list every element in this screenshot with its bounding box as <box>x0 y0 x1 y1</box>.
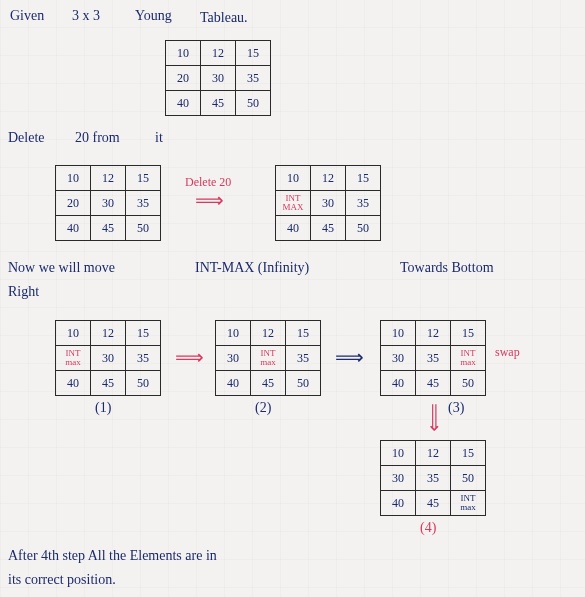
word-given: Given <box>10 8 44 24</box>
arrow-step-1-icon: ⟹ <box>175 345 204 369</box>
word-3x3: 3 x 3 <box>72 8 100 24</box>
word-it: it <box>155 130 163 146</box>
label-step-4: (4) <box>420 520 436 536</box>
label-step-1: (1) <box>95 400 111 416</box>
label-step-3: (3) <box>448 400 464 416</box>
tableau-step-2: 101215 30INT max35 404550 <box>215 320 321 396</box>
word-young: Young <box>135 8 172 24</box>
arrow-step-3-icon: ⟹ <box>423 403 447 432</box>
arrow-delete-icon: ⟹ <box>195 188 224 212</box>
conclusion-line-2: its correct position. <box>8 572 116 588</box>
tableau-before-delete: 101215 203035 404550 <box>55 165 161 241</box>
label-step-2: (2) <box>255 400 271 416</box>
tableau-after-delete: 101215 INT MAX3035 404550 <box>275 165 381 241</box>
note-c: Towards Bottom <box>400 260 494 276</box>
tableau-step-1: 101215 INT max3035 404550 <box>55 320 161 396</box>
tableau-given: 101215 203035 404550 <box>165 40 271 116</box>
tableau-step-4: 101215 303550 4045INT max <box>380 440 486 516</box>
note-b: INT-MAX (Infinity) <box>195 260 309 276</box>
conclusion-line-1: After 4th step All the Elements are in <box>8 548 217 564</box>
note-d: Right <box>8 284 39 300</box>
word-tableau: Tableau. <box>200 10 248 26</box>
tableau-step-3: 101215 3035INT max 404550 <box>380 320 486 396</box>
word-20from: 20 from <box>75 130 120 146</box>
note-a: Now we will move <box>8 260 115 276</box>
word-delete: Delete <box>8 130 45 146</box>
arrow-step-2-icon: ⟹ <box>335 345 364 369</box>
label-swap: swap <box>495 345 520 360</box>
